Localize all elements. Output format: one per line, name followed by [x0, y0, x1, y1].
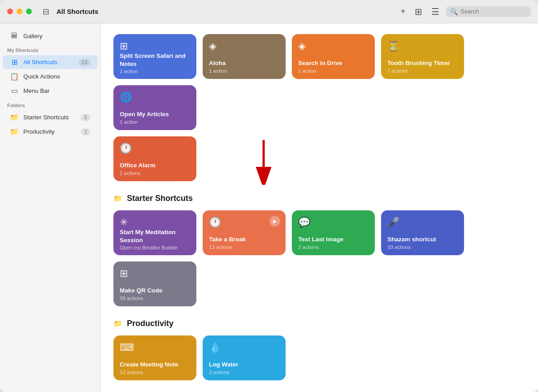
sidebar-toggle-button[interactable]: ⊟ — [41, 5, 51, 18]
productivity-badge: 2 — [81, 128, 91, 135]
card-aloha[interactable]: ◈ Aloha 1 action — [203, 34, 286, 79]
aloha-name: Aloha — [209, 59, 279, 67]
meeting-note-info: Create Meeting Note 12 actions — [120, 361, 190, 375]
sidebar-label-all-shortcuts: All Shortcuts — [23, 59, 74, 65]
split-screen-name: Split Screen Safari and Notes — [120, 52, 190, 68]
sidebar-label-productivity: Productivity — [23, 128, 76, 135]
sidebar-label-quick-actions: Quick Actions — [23, 73, 91, 80]
minimize-button[interactable] — [17, 9, 22, 14]
card-open-articles[interactable]: 🌐 Open My Articles 1 action — [113, 85, 196, 130]
search-drive-icon: ◈ — [298, 40, 369, 52]
sidebar-label-gallery: Gallery — [23, 33, 91, 39]
card-office-alarm[interactable]: 🕐 Office Alarm 2 actions — [113, 136, 196, 181]
meeting-note-icon: ⌨ — [120, 342, 190, 353]
traffic-lights — [7, 9, 32, 14]
card-qr-code[interactable]: ⊞ Make QR Code 39 actions — [113, 261, 196, 306]
sidebar-item-gallery[interactable]: 🏛 Gallery — [3, 29, 98, 43]
top-shortcuts-grid: ⊞ Split Screen Safari and Notes 1 action… — [113, 34, 525, 130]
app-window: ⊟ All Shortcuts + ⊞ ☰ 🔍 🏛 Gallery My Sho… — [0, 0, 538, 392]
split-screen-info: Split Screen Safari and Notes 1 action — [120, 52, 190, 74]
shazam-subtext: 33 actions — [387, 244, 458, 250]
maximize-button[interactable] — [26, 9, 32, 14]
aloha-icon: ◈ — [209, 40, 279, 52]
list-view-button[interactable]: ☰ — [429, 4, 442, 19]
add-shortcut-button[interactable]: + — [398, 4, 408, 18]
main-content: ⊞ Split Screen Safari and Notes 1 action… — [101, 23, 538, 392]
sidebar-label-starter: Starter Shortcuts — [23, 114, 76, 121]
search-input[interactable] — [460, 8, 526, 15]
menu-bar-icon: ▭ — [10, 87, 19, 95]
log-water-icon: 💧 — [209, 342, 279, 353]
sidebar-item-starter-shortcuts[interactable]: 📁 Starter Shortcuts 5 — [3, 110, 98, 124]
card-text-image[interactable]: 💬 Text Last Image 2 actions — [292, 210, 375, 255]
card-meditation[interactable]: ✳ Start My Meditation Session Open my Br… — [113, 210, 196, 255]
office-alarm-icon: 🕐 — [120, 143, 190, 154]
text-image-icon: 💬 — [298, 217, 369, 228]
search-drive-info: Search in Drive 1 action — [298, 59, 369, 74]
window-title: All Shortcuts — [56, 8, 392, 15]
aloha-info: Aloha 1 action — [209, 59, 279, 74]
second-shortcuts-grid: 🕐 Office Alarm 2 actions — [113, 136, 525, 181]
take-break-play-button[interactable]: ▶ — [269, 216, 280, 226]
meeting-note-subtext: 12 actions — [120, 370, 190, 375]
search-drive-name: Search in Drive — [298, 59, 369, 67]
close-button[interactable] — [7, 9, 13, 14]
card-tooth-timer[interactable]: ⏳ Tooth Brushing Timer 7 actions — [381, 34, 464, 79]
card-split-screen[interactable]: ⊞ Split Screen Safari and Notes 1 action — [113, 34, 196, 79]
productivity-folder-icon: 📁 — [10, 127, 19, 136]
text-image-info: Text Last Image 2 actions — [298, 235, 369, 250]
log-water-info: Log Water 3 actions — [209, 361, 279, 375]
log-water-subtext: 3 actions — [209, 370, 279, 375]
quick-actions-icon: 📋 — [10, 72, 19, 81]
card-search-drive[interactable]: ◈ Search in Drive 1 action — [292, 34, 375, 79]
log-water-name: Log Water — [209, 361, 279, 369]
app-body: 🏛 Gallery My Shortcuts ⊞ All Shortcuts 1… — [0, 23, 538, 392]
productivity-section-title: Productivity — [127, 319, 174, 328]
all-shortcuts-badge: 13 — [78, 59, 91, 66]
open-articles-info: Open My Articles 1 action — [120, 110, 190, 125]
qr-code-icon: ⊞ — [120, 268, 190, 279]
all-shortcuts-icon: ⊞ — [10, 58, 19, 66]
take-break-name: Take a Break — [209, 235, 279, 244]
tooth-timer-icon: ⏳ — [387, 40, 458, 52]
text-image-subtext: 2 actions — [298, 244, 369, 250]
open-articles-name: Open My Articles — [120, 110, 190, 118]
card-take-break[interactable]: 🕐 ▶ Take a Break 13 actions — [203, 210, 286, 255]
take-break-subtext: 13 actions — [209, 244, 279, 250]
starter-badge: 5 — [81, 114, 91, 121]
meditation-info: Start My Meditation Session Open my Brea… — [120, 228, 190, 250]
split-screen-subtext: 1 action — [120, 69, 190, 74]
shazam-info: Shazam shortcut 33 actions — [387, 235, 458, 250]
open-articles-icon: 🌐 — [120, 91, 190, 103]
card-meeting-note[interactable]: ⌨ Create Meeting Note 12 actions — [113, 335, 196, 380]
my-shortcuts-label: My Shortcuts — [0, 43, 100, 55]
grid-view-button[interactable]: ⊞ — [412, 4, 425, 19]
sidebar-item-quick-actions[interactable]: 📋 Quick Actions — [3, 70, 98, 83]
productivity-folder-section-icon: 📁 — [113, 319, 122, 328]
qr-code-subtext: 39 actions — [120, 296, 190, 301]
search-box: 🔍 — [446, 6, 531, 17]
take-break-icon: 🕐 — [209, 217, 279, 228]
starter-section-header: 📁 Starter Shortcuts — [113, 194, 525, 203]
starter-folder-section-icon: 📁 — [113, 194, 122, 203]
sidebar-item-all-shortcuts[interactable]: ⊞ All Shortcuts 13 — [3, 55, 98, 69]
sidebar: 🏛 Gallery My Shortcuts ⊞ All Shortcuts 1… — [0, 23, 101, 392]
sidebar-item-productivity[interactable]: 📁 Productivity 2 — [3, 125, 98, 139]
shazam-icon: 🎤 — [387, 217, 458, 228]
take-break-info: Take a Break 13 actions — [209, 235, 279, 250]
office-alarm-name: Office Alarm — [120, 161, 190, 170]
open-articles-subtext: 1 action — [120, 119, 190, 125]
split-screen-icon: ⊞ — [120, 40, 190, 52]
office-alarm-subtext: 2 actions — [120, 170, 190, 176]
card-shazam[interactable]: 🎤 Shazam shortcut 33 actions — [381, 210, 464, 255]
meditation-subtext: Open my Breathe Bubble — [120, 245, 190, 250]
card-log-water[interactable]: 💧 Log Water 3 actions — [203, 335, 286, 380]
starter-section-title: Starter Shortcuts — [127, 194, 193, 203]
productivity-shortcuts-grid: ⌨ Create Meeting Note 12 actions 💧 Log W… — [113, 335, 525, 380]
search-icon: 🔍 — [450, 8, 458, 15]
folders-label: Folders — [0, 98, 100, 110]
sidebar-item-menu-bar[interactable]: ▭ Menu Bar — [3, 84, 98, 98]
tooth-timer-info: Tooth Brushing Timer 7 actions — [387, 59, 458, 74]
gallery-icon: 🏛 — [10, 32, 19, 40]
titlebar-actions: + ⊞ ☰ 🔍 — [398, 4, 531, 19]
